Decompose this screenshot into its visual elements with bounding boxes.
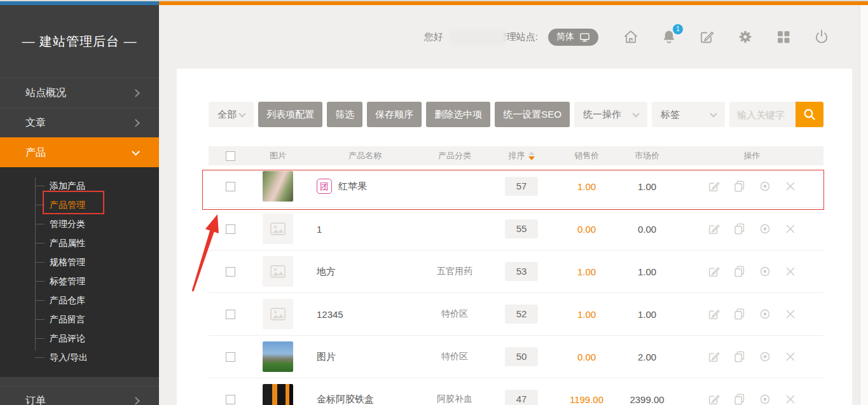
sidebar-submenu-item[interactable]: 产品属性 xyxy=(0,233,159,252)
language-switch-button[interactable]: 简体 xyxy=(548,29,598,46)
browser-scrollbar[interactable] xyxy=(860,5,868,405)
chevron-icon xyxy=(132,148,140,156)
sidebar-menu-item[interactable]: 产品 xyxy=(0,137,159,167)
category-filter-select[interactable]: 全部 xyxy=(209,102,254,127)
chevron-icon xyxy=(132,89,140,97)
delete-icon[interactable] xyxy=(783,222,797,236)
row-checkbox[interactable] xyxy=(226,182,235,191)
sidebar-submenu-item[interactable]: 导入/导出 xyxy=(0,348,159,367)
topbar-icon-row: 1 xyxy=(623,29,830,45)
bell-icon[interactable]: 1 xyxy=(661,29,677,45)
preview-icon[interactable] xyxy=(758,179,772,193)
apps-grid-icon[interactable] xyxy=(775,29,792,45)
product-thumbnail[interactable] xyxy=(263,214,293,244)
edit-icon[interactable] xyxy=(707,392,721,405)
product-thumbnail[interactable] xyxy=(263,299,293,329)
edit-icon[interactable] xyxy=(707,222,721,236)
sidebar-menu-item[interactable]: 站点概况 xyxy=(0,78,159,107)
sidebar-submenu-item[interactable]: 产品管理 xyxy=(0,195,159,214)
main-area: 您好 管理站点: 简体 xyxy=(159,5,868,405)
sort-value[interactable]: 55 xyxy=(505,219,538,238)
gear-icon[interactable] xyxy=(737,29,754,45)
sale-price: 1.00 xyxy=(560,266,614,277)
table-row: 金标阿胶铁盒 阿胶补血 47 1199.00 2399.00 xyxy=(209,378,823,405)
edit-icon[interactable] xyxy=(707,264,721,278)
copy-icon[interactable] xyxy=(733,264,747,278)
greeting-text: 您好 xyxy=(424,31,443,43)
toolbar-button[interactable]: 保存顺序 xyxy=(367,102,422,127)
sort-value[interactable]: 57 xyxy=(505,177,538,196)
delete-icon[interactable] xyxy=(783,307,797,321)
sidebar-submenu-item[interactable]: 管理分类 xyxy=(0,214,159,233)
toolbar-button[interactable]: 统一设置SEO xyxy=(495,102,570,127)
toolbar-dropdown[interactable]: 标签 xyxy=(652,102,725,127)
image-placeholder-icon xyxy=(270,221,286,237)
sidebar-item-orders[interactable]: 订单 xyxy=(0,386,159,405)
delete-icon[interactable] xyxy=(783,179,797,193)
sidebar-submenu-item[interactable]: 规格管理 xyxy=(0,252,159,271)
chevron-icon xyxy=(132,119,140,127)
home-icon[interactable] xyxy=(623,29,639,45)
sort-arrows-icon[interactable] xyxy=(528,151,535,160)
row-checkbox[interactable] xyxy=(226,267,235,277)
select-all-checkbox[interactable] xyxy=(226,151,235,161)
row-checkbox[interactable] xyxy=(226,310,235,319)
preview-icon[interactable] xyxy=(758,350,772,364)
chevron-down-icon xyxy=(239,110,246,117)
product-thumbnail[interactable] xyxy=(263,171,293,202)
sidebar-submenu: 添加产品 产品管理 管理分类 产品属性 规格管理 标签管理 产品仓库 产品留言 … xyxy=(0,167,159,377)
copy-icon[interactable] xyxy=(733,392,747,405)
sidebar-submenu-item[interactable]: 产品评论 xyxy=(0,329,159,348)
row-checkbox[interactable] xyxy=(226,395,235,404)
preview-icon[interactable] xyxy=(758,222,772,236)
toolbar-button[interactable]: 筛选 xyxy=(327,102,362,127)
edit-icon[interactable] xyxy=(707,307,721,321)
product-thumbnail[interactable] xyxy=(263,256,293,287)
select-all-cell xyxy=(209,151,252,161)
sort-value[interactable]: 53 xyxy=(505,262,538,281)
product-table: 图片 产品名称 产品分类 排序 销售价 市场价 操作 xyxy=(209,146,823,405)
sidebar-menu-item[interactable]: 文章 xyxy=(0,107,159,137)
product-thumbnail[interactable] xyxy=(263,341,293,372)
col-sort[interactable]: 排序 xyxy=(483,150,560,161)
market-price: 2399.00 xyxy=(614,394,680,405)
delete-icon[interactable] xyxy=(783,264,797,278)
delete-icon[interactable] xyxy=(783,392,797,405)
edit-icon[interactable] xyxy=(707,350,721,364)
sort-desc-icon[interactable] xyxy=(528,156,535,160)
preview-icon[interactable] xyxy=(758,264,772,278)
product-thumbnail[interactable] xyxy=(263,384,293,405)
search-input[interactable] xyxy=(729,102,796,127)
edit-icon[interactable] xyxy=(707,179,721,193)
edit-icon[interactable] xyxy=(699,29,715,45)
table-row: 图片 特价区 50 0.00 2.00 xyxy=(209,336,823,378)
sidebar-submenu-item[interactable]: 产品仓库 xyxy=(0,291,159,310)
sort-value[interactable]: 50 xyxy=(505,347,538,366)
copy-icon[interactable] xyxy=(733,307,747,321)
row-checkbox[interactable] xyxy=(226,224,235,234)
search-button[interactable] xyxy=(796,102,823,127)
copy-icon[interactable] xyxy=(733,179,747,193)
preview-icon[interactable] xyxy=(758,307,772,321)
sort-value[interactable]: 47 xyxy=(505,390,538,405)
sidebar: — 建站管理后台 — 站点概况 文章 产品 添加产品 产品管理 管理分类 产品属… xyxy=(0,5,159,405)
copy-icon[interactable] xyxy=(733,350,747,364)
col-product-name: 产品名称 xyxy=(304,150,426,161)
power-icon[interactable] xyxy=(813,29,830,45)
sidebar-submenu-item[interactable]: 添加产品 xyxy=(0,176,159,195)
redacted-username xyxy=(450,29,506,45)
copy-icon[interactable] xyxy=(733,222,747,236)
toolbar-dropdown[interactable]: 统一操作 xyxy=(574,102,647,127)
delete-icon[interactable] xyxy=(783,350,797,364)
toolbar-button[interactable]: 删除选中项 xyxy=(426,102,490,127)
product-category: 特价区 xyxy=(426,308,483,320)
preview-icon[interactable] xyxy=(758,392,772,405)
sidebar-submenu-item[interactable]: 标签管理 xyxy=(0,271,159,291)
market-price: 1.00 xyxy=(614,266,680,277)
sort-asc-icon[interactable] xyxy=(528,151,535,155)
sort-value[interactable]: 52 xyxy=(505,305,538,324)
row-checkbox[interactable] xyxy=(226,352,235,362)
product-name: 12345 xyxy=(317,309,343,320)
toolbar-button[interactable]: 列表项配置 xyxy=(258,102,322,127)
sidebar-submenu-item[interactable]: 产品留言 xyxy=(0,310,159,329)
